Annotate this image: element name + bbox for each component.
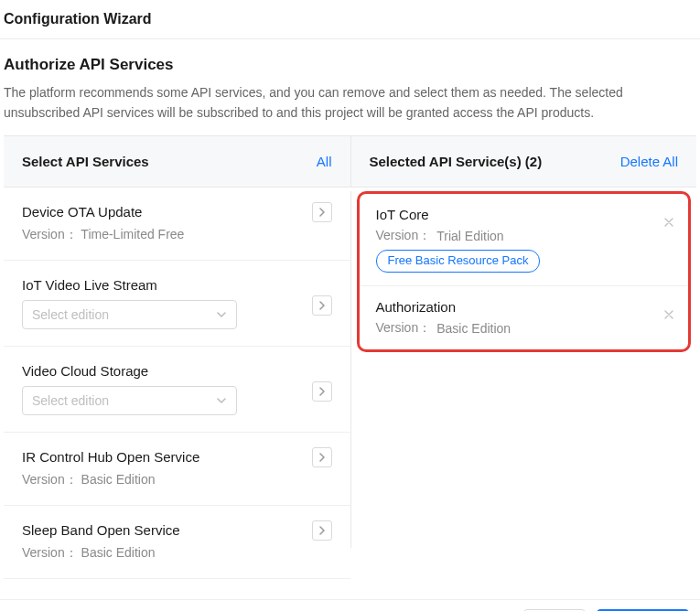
close-icon	[664, 218, 673, 227]
panel-selected-services: Selected API Service(s) (2) Delete All I…	[350, 135, 697, 579]
version-label: Version：	[376, 228, 432, 244]
chevron-right-icon	[318, 526, 327, 535]
service-name: Sleep Band Open Service	[22, 522, 332, 538]
add-service-button[interactable]	[312, 447, 332, 467]
service-item: Sleep Band Open Service Version： Basic E…	[4, 506, 350, 579]
version-value: Trial Edition	[436, 229, 503, 243]
version-label: Version：	[22, 545, 78, 560]
selected-name: IoT Core	[376, 207, 673, 222]
chevron-down-icon	[216, 395, 227, 406]
section-description: The platform recommends some API service…	[4, 83, 696, 123]
add-service-button[interactable]	[312, 381, 332, 402]
service-item: IoT Video Live Stream Select edition	[4, 261, 350, 347]
version-label: Version：	[376, 320, 432, 337]
section-title: Authorize API Services	[4, 56, 696, 74]
chevron-right-icon	[318, 387, 327, 396]
service-name: Device OTA Update	[22, 204, 332, 220]
selected-name: Authorization	[376, 299, 673, 315]
chevron-right-icon	[318, 208, 327, 217]
add-service-button[interactable]	[312, 520, 332, 541]
close-icon	[664, 310, 673, 319]
version-value: Basic Edition	[436, 321, 511, 336]
edition-select[interactable]: Select edition	[22, 300, 237, 329]
service-item: Device OTA Update Version： Time-Limited …	[4, 188, 350, 261]
service-name: IoT Video Live Stream	[22, 277, 332, 293]
select-placeholder: Select edition	[32, 307, 109, 322]
version-value: Basic Edition	[81, 545, 156, 560]
service-name: IR Control Hub Open Service	[22, 449, 332, 465]
service-item: IR Control Hub Open Service Version： Bas…	[4, 433, 350, 506]
service-item: Video Cloud Storage Select edition	[4, 347, 350, 433]
add-service-button[interactable]	[312, 295, 332, 316]
chevron-right-icon	[318, 453, 327, 462]
select-placeholder: Select edition	[32, 393, 109, 408]
available-title: Select API Services	[22, 154, 149, 169]
edition-select[interactable]: Select edition	[22, 386, 237, 415]
version-value: Basic Edition	[81, 472, 156, 487]
selected-item: IoT Core Version： Trial Edition Free Bas…	[360, 194, 689, 285]
add-all-link[interactable]: All	[317, 154, 332, 169]
version-label: Version：	[22, 227, 78, 241]
add-service-button[interactable]	[312, 202, 332, 222]
panel-available-services: Select API Services All Device OTA Updat…	[4, 135, 350, 579]
service-name: Video Cloud Storage	[22, 363, 332, 379]
selected-item: Authorization Version： Basic Edition	[360, 286, 689, 349]
remove-button[interactable]	[661, 214, 677, 230]
version-value: Time-Limited Free	[81, 227, 184, 241]
selected-title: Selected API Service(s) (2)	[370, 154, 543, 169]
resource-pack-badge[interactable]: Free Basic Resource Pack	[376, 250, 541, 272]
page-title: Configuration Wizard	[4, 11, 696, 27]
version-label: Version：	[22, 472, 78, 487]
chevron-right-icon	[318, 301, 327, 310]
chevron-down-icon	[216, 309, 227, 320]
delete-all-link[interactable]: Delete All	[620, 154, 678, 169]
remove-button[interactable]	[661, 306, 677, 323]
selected-highlight: IoT Core Version： Trial Edition Free Bas…	[357, 191, 692, 351]
